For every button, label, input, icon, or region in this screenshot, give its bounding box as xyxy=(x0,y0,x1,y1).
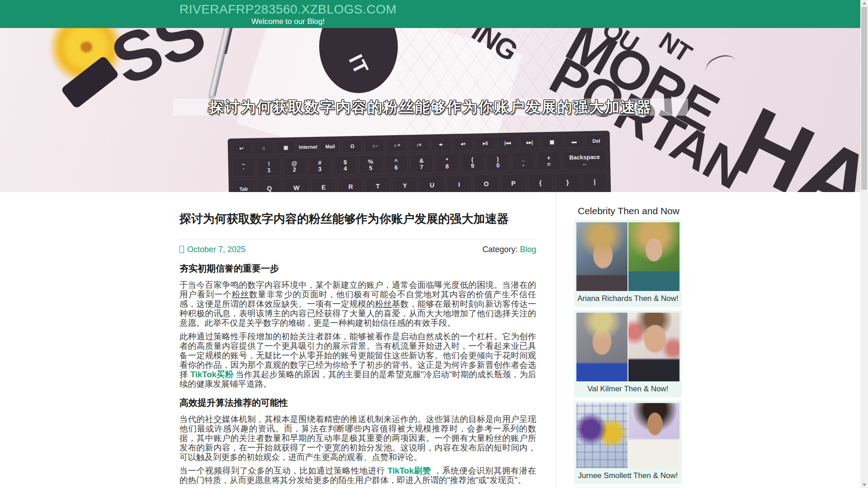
celebrity-caption: Ariana Richards Then & Now! xyxy=(576,291,679,307)
keyboard-key: U xyxy=(420,175,445,192)
keyboard-key: Mail xyxy=(320,140,340,154)
paragraph: 当代的社交媒体机制，其根本是围绕着精密的推送机制来运作的。这些算法的目标是向用户… xyxy=(179,414,536,462)
celebrity-now-photo[interactable] xyxy=(628,222,679,291)
keyboard-key: W xyxy=(284,178,309,192)
inline-link[interactable]: TikTok买粉 xyxy=(190,370,233,379)
hero-typography-ha: HA xyxy=(722,91,868,192)
text-run: 当作其起步策略的原因，其的主要目的是希望克服"冷启动"时期的成长瓶颈，为后续的健… xyxy=(179,370,536,389)
keyboard-key: _- xyxy=(511,152,535,171)
keyboard-key: Y xyxy=(392,176,418,192)
keyboard-key: ◂- xyxy=(431,137,451,151)
keyboard-key: (9 xyxy=(461,153,484,172)
keyboard-key: ▸‖ xyxy=(475,136,495,150)
keyboard-key: $4 xyxy=(334,155,357,175)
celebrity-caption: Jurnee Smollett Then & Now! xyxy=(576,468,679,484)
keyboard-key: Tab xyxy=(232,179,255,192)
divider xyxy=(179,239,536,239)
inline-link[interactable]: 粉丝 xyxy=(375,299,392,309)
keyboard-key: += xyxy=(537,151,561,170)
keyboard-key: ^6 xyxy=(384,155,408,174)
scrollbar-down-arrow[interactable] xyxy=(860,482,868,488)
keyboard-key: %5 xyxy=(359,155,382,174)
hero-typography-ss: SS xyxy=(102,28,214,97)
keyboard-key: | xyxy=(582,172,607,191)
post-date-text: October 7, 2025 xyxy=(187,245,245,254)
text-run: 当代的社交媒体机制，其根本是围绕着精密的推送机制来运作的。这些算法的目标是向用户… xyxy=(179,414,536,462)
inline-link[interactable]: 粉丝 xyxy=(232,290,250,299)
keyboard-key: ↩ xyxy=(231,141,252,155)
article-title: 探讨为何获取数字内容的粉丝能够作为你账户发展的强大加速器 xyxy=(179,211,536,226)
keyboard-key: Internet xyxy=(298,140,318,154)
text-run: 当一个视频得到了众多的互动，比如通过策略性地进行 xyxy=(179,466,387,475)
celebrity-list: Ariana Richards Then & Now!Val Kilmer Th… xyxy=(574,220,682,488)
keyboard-key: ⌂ xyxy=(254,141,274,155)
hero-title-bar: 探讨为何获取数字内容的粉丝能够作为你账户发展的强大加速器 xyxy=(173,99,688,116)
celebrity-card[interactable]: Jurnee Smollett Then & Now! xyxy=(574,401,682,484)
inline-link[interactable]: TikTok刷赞 xyxy=(387,466,431,475)
section-heading: 高效提升算法推荐的可能性 xyxy=(179,397,536,409)
celebrity-then-photo[interactable] xyxy=(576,313,627,381)
celebrity-card[interactable]: Ariana Richards Then & Now! xyxy=(574,220,682,307)
keyboard-key: ~` xyxy=(232,158,255,177)
keyboard-key: I xyxy=(447,175,472,192)
page-body: 探讨为何获取数字内容的粉丝能够作为你账户发展的强大加速器 October 7, … xyxy=(0,192,868,488)
paragraph: 此种通过策略性手段增加的初始关注者群体，能够被看作是启动自然成长的一个杠杆。它为… xyxy=(179,332,536,389)
keyboard-image: ↩⌂▣InternetMailΩ☼-☼+♪×◂-◂+▸‖|◂◂▸▸|▦▬Del … xyxy=(228,131,611,192)
keyboard-key: ▣ xyxy=(276,141,296,155)
article-meta: October 7, 2025 Category: Blog xyxy=(179,245,536,254)
scrollbar-up-arrow[interactable] xyxy=(860,0,868,6)
keyboard-key: *8 xyxy=(435,153,459,173)
keyboard-key: #3 xyxy=(308,156,331,175)
keyboard-key: ♪× xyxy=(409,138,429,152)
keyboard-key: } xyxy=(555,173,580,192)
hero-title: 探讨为何获取数字内容的粉丝能够作为你账户发展的强大加速器 xyxy=(209,97,652,117)
site-header: RIVERAFRP283560.XZBLOGS.COM Welcome to o… xyxy=(0,0,868,28)
keyboard-key: ☼+ xyxy=(387,138,407,152)
keyboard-key: ▸▸| xyxy=(519,135,540,149)
celebrity-card[interactable]: Val Kilmer Then & Now! xyxy=(574,310,682,397)
hero-scribble xyxy=(703,51,740,81)
celebrity-now-photo[interactable] xyxy=(628,403,679,468)
category-link[interactable]: Blog xyxy=(520,245,536,254)
category-label: Category: xyxy=(482,245,518,254)
keyboard-key: Ω xyxy=(342,139,363,153)
celebrity-then-photo[interactable] xyxy=(576,222,627,291)
keyboard-key: &7 xyxy=(410,154,433,173)
keyboard-key: O xyxy=(474,174,499,192)
keyboard-key: T xyxy=(365,176,391,192)
celebrity-now-photo[interactable] xyxy=(628,313,679,381)
sidebar-title: Celebrity Then and Now xyxy=(578,206,682,216)
keyboard-key: { xyxy=(528,173,553,192)
hero-banner: SS ING OU NT MORE PORTAN HA IT ↩⌂▣Intern… xyxy=(0,28,868,192)
celebrity-photos xyxy=(576,313,679,381)
post-category: Category: Blog xyxy=(482,245,536,254)
site-title[interactable]: RIVERAFRP283560.XZBLOGS.COM xyxy=(179,2,396,17)
keyboard-key: P xyxy=(501,174,526,192)
keyboard-key: ◂+ xyxy=(453,136,473,150)
sidebar: Celebrity Then and Now Ariana Richards T… xyxy=(574,192,682,488)
celebrity-photos xyxy=(576,403,679,468)
celebrity-then-photo[interactable] xyxy=(576,403,627,468)
celebrity-photos xyxy=(576,222,679,291)
site-header-inner: RIVERAFRP283560.XZBLOGS.COM Welcome to o… xyxy=(179,2,396,26)
site-tagline: Welcome to our Blog! xyxy=(179,17,396,26)
calendar-icon xyxy=(179,246,184,253)
keyboard-key: @2 xyxy=(283,156,306,176)
main-article: 探讨为何获取数字内容的粉丝能够作为你账户发展的强大加速器 October 7, … xyxy=(160,192,556,488)
keyboard-key: R xyxy=(338,177,363,192)
keyboard-key: Del xyxy=(586,134,607,148)
section-heading: 夯实初期信誉的重要一步 xyxy=(179,263,536,275)
keyboard-key: ☼- xyxy=(364,139,385,153)
paragraph: 当一个视频得到了众多的互动，比如通过策略性地进行 TikTok刷赞 ，系统便会识… xyxy=(179,466,536,485)
keyboard-key: |◂◂ xyxy=(497,136,518,150)
scrollbar-thumb[interactable] xyxy=(861,7,867,190)
celebrity-caption: Val Kilmer Then & Now! xyxy=(576,381,679,397)
scrollbar[interactable] xyxy=(860,0,868,488)
article-sections: 夯实初期信誉的重要一步于当今百家争鸣的数字内容环境中，某个新建立的账户，通常会面… xyxy=(179,263,536,485)
keyboard-key: !1 xyxy=(257,157,281,176)
keyboard-key: ▦ xyxy=(542,135,562,149)
keyboard-key: )0 xyxy=(486,152,509,172)
keyboard-key: Backspace← xyxy=(562,150,607,170)
hero-flower-core xyxy=(80,42,92,52)
keyboard-key: Q xyxy=(257,178,282,192)
